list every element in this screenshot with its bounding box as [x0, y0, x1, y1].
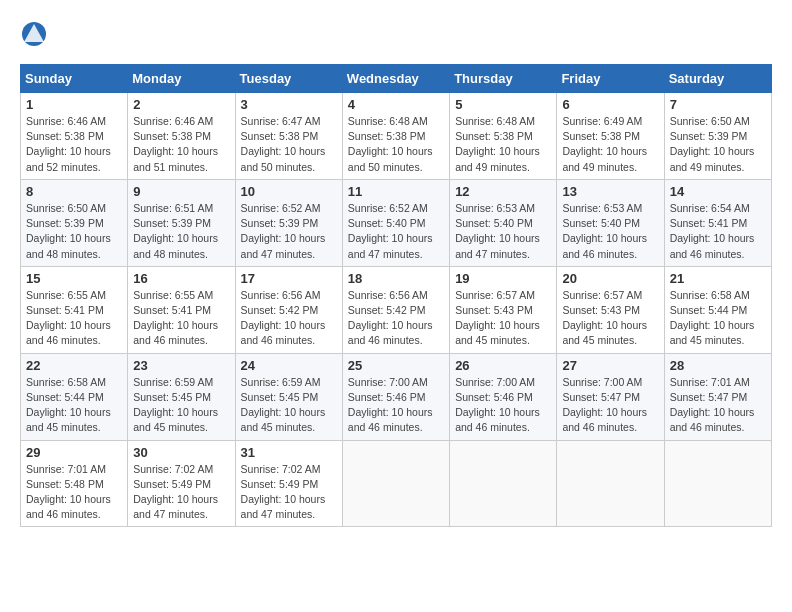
calendar-cell: 12Sunrise: 6:53 AM Sunset: 5:40 PM Dayli… [450, 179, 557, 266]
day-number: 9 [133, 184, 229, 199]
day-info: Sunrise: 6:51 AM Sunset: 5:39 PM Dayligh… [133, 201, 229, 262]
weekday-header-friday: Friday [557, 65, 664, 93]
day-info: Sunrise: 7:01 AM Sunset: 5:48 PM Dayligh… [26, 462, 122, 523]
day-info: Sunrise: 6:48 AM Sunset: 5:38 PM Dayligh… [455, 114, 551, 175]
weekday-header-monday: Monday [128, 65, 235, 93]
calendar-cell: 21Sunrise: 6:58 AM Sunset: 5:44 PM Dayli… [664, 266, 771, 353]
calendar-cell: 17Sunrise: 6:56 AM Sunset: 5:42 PM Dayli… [235, 266, 342, 353]
day-info: Sunrise: 6:59 AM Sunset: 5:45 PM Dayligh… [133, 375, 229, 436]
calendar-cell: 11Sunrise: 6:52 AM Sunset: 5:40 PM Dayli… [342, 179, 449, 266]
day-info: Sunrise: 6:57 AM Sunset: 5:43 PM Dayligh… [455, 288, 551, 349]
day-number: 15 [26, 271, 122, 286]
calendar-cell: 28Sunrise: 7:01 AM Sunset: 5:47 PM Dayli… [664, 353, 771, 440]
day-number: 16 [133, 271, 229, 286]
day-number: 11 [348, 184, 444, 199]
weekday-header-wednesday: Wednesday [342, 65, 449, 93]
calendar-cell: 4Sunrise: 6:48 AM Sunset: 5:38 PM Daylig… [342, 93, 449, 180]
calendar-cell: 27Sunrise: 7:00 AM Sunset: 5:47 PM Dayli… [557, 353, 664, 440]
logo [20, 20, 52, 48]
calendar-cell [342, 440, 449, 527]
day-info: Sunrise: 6:48 AM Sunset: 5:38 PM Dayligh… [348, 114, 444, 175]
day-number: 17 [241, 271, 337, 286]
calendar-cell: 10Sunrise: 6:52 AM Sunset: 5:39 PM Dayli… [235, 179, 342, 266]
calendar-cell [450, 440, 557, 527]
day-info: Sunrise: 6:56 AM Sunset: 5:42 PM Dayligh… [348, 288, 444, 349]
day-info: Sunrise: 6:52 AM Sunset: 5:40 PM Dayligh… [348, 201, 444, 262]
calendar-cell: 7Sunrise: 6:50 AM Sunset: 5:39 PM Daylig… [664, 93, 771, 180]
calendar-cell: 20Sunrise: 6:57 AM Sunset: 5:43 PM Dayli… [557, 266, 664, 353]
calendar-table: SundayMondayTuesdayWednesdayThursdayFrid… [20, 64, 772, 527]
day-info: Sunrise: 6:53 AM Sunset: 5:40 PM Dayligh… [455, 201, 551, 262]
day-info: Sunrise: 7:02 AM Sunset: 5:49 PM Dayligh… [133, 462, 229, 523]
day-info: Sunrise: 6:53 AM Sunset: 5:40 PM Dayligh… [562, 201, 658, 262]
calendar-cell: 14Sunrise: 6:54 AM Sunset: 5:41 PM Dayli… [664, 179, 771, 266]
day-number: 27 [562, 358, 658, 373]
day-number: 22 [26, 358, 122, 373]
calendar-cell: 2Sunrise: 6:46 AM Sunset: 5:38 PM Daylig… [128, 93, 235, 180]
day-info: Sunrise: 6:47 AM Sunset: 5:38 PM Dayligh… [241, 114, 337, 175]
calendar-week-row: 29Sunrise: 7:01 AM Sunset: 5:48 PM Dayli… [21, 440, 772, 527]
day-number: 24 [241, 358, 337, 373]
calendar-cell: 9Sunrise: 6:51 AM Sunset: 5:39 PM Daylig… [128, 179, 235, 266]
day-number: 19 [455, 271, 551, 286]
day-number: 30 [133, 445, 229, 460]
day-info: Sunrise: 6:50 AM Sunset: 5:39 PM Dayligh… [26, 201, 122, 262]
page-header [20, 20, 772, 48]
day-number: 21 [670, 271, 766, 286]
day-number: 26 [455, 358, 551, 373]
calendar-cell: 31Sunrise: 7:02 AM Sunset: 5:49 PM Dayli… [235, 440, 342, 527]
calendar-cell: 26Sunrise: 7:00 AM Sunset: 5:46 PM Dayli… [450, 353, 557, 440]
day-info: Sunrise: 6:57 AM Sunset: 5:43 PM Dayligh… [562, 288, 658, 349]
day-info: Sunrise: 6:52 AM Sunset: 5:39 PM Dayligh… [241, 201, 337, 262]
day-number: 20 [562, 271, 658, 286]
day-info: Sunrise: 6:55 AM Sunset: 5:41 PM Dayligh… [133, 288, 229, 349]
day-number: 2 [133, 97, 229, 112]
calendar-week-row: 22Sunrise: 6:58 AM Sunset: 5:44 PM Dayli… [21, 353, 772, 440]
calendar-cell [664, 440, 771, 527]
day-info: Sunrise: 7:02 AM Sunset: 5:49 PM Dayligh… [241, 462, 337, 523]
day-number: 25 [348, 358, 444, 373]
day-number: 4 [348, 97, 444, 112]
day-number: 29 [26, 445, 122, 460]
calendar-cell: 3Sunrise: 6:47 AM Sunset: 5:38 PM Daylig… [235, 93, 342, 180]
weekday-header-tuesday: Tuesday [235, 65, 342, 93]
day-number: 28 [670, 358, 766, 373]
calendar-header-row: SundayMondayTuesdayWednesdayThursdayFrid… [21, 65, 772, 93]
day-info: Sunrise: 6:59 AM Sunset: 5:45 PM Dayligh… [241, 375, 337, 436]
day-number: 3 [241, 97, 337, 112]
calendar-cell: 24Sunrise: 6:59 AM Sunset: 5:45 PM Dayli… [235, 353, 342, 440]
day-number: 8 [26, 184, 122, 199]
calendar-cell: 5Sunrise: 6:48 AM Sunset: 5:38 PM Daylig… [450, 93, 557, 180]
day-number: 12 [455, 184, 551, 199]
day-number: 18 [348, 271, 444, 286]
calendar-cell: 30Sunrise: 7:02 AM Sunset: 5:49 PM Dayli… [128, 440, 235, 527]
calendar-cell: 1Sunrise: 6:46 AM Sunset: 5:38 PM Daylig… [21, 93, 128, 180]
calendar-cell: 13Sunrise: 6:53 AM Sunset: 5:40 PM Dayli… [557, 179, 664, 266]
day-info: Sunrise: 7:00 AM Sunset: 5:46 PM Dayligh… [348, 375, 444, 436]
calendar-cell: 6Sunrise: 6:49 AM Sunset: 5:38 PM Daylig… [557, 93, 664, 180]
day-number: 13 [562, 184, 658, 199]
calendar-week-row: 8Sunrise: 6:50 AM Sunset: 5:39 PM Daylig… [21, 179, 772, 266]
calendar-cell: 16Sunrise: 6:55 AM Sunset: 5:41 PM Dayli… [128, 266, 235, 353]
calendar-cell: 15Sunrise: 6:55 AM Sunset: 5:41 PM Dayli… [21, 266, 128, 353]
calendar-week-row: 15Sunrise: 6:55 AM Sunset: 5:41 PM Dayli… [21, 266, 772, 353]
calendar-cell: 22Sunrise: 6:58 AM Sunset: 5:44 PM Dayli… [21, 353, 128, 440]
day-info: Sunrise: 6:54 AM Sunset: 5:41 PM Dayligh… [670, 201, 766, 262]
day-info: Sunrise: 7:01 AM Sunset: 5:47 PM Dayligh… [670, 375, 766, 436]
day-info: Sunrise: 6:46 AM Sunset: 5:38 PM Dayligh… [26, 114, 122, 175]
calendar-cell: 23Sunrise: 6:59 AM Sunset: 5:45 PM Dayli… [128, 353, 235, 440]
day-info: Sunrise: 7:00 AM Sunset: 5:46 PM Dayligh… [455, 375, 551, 436]
day-info: Sunrise: 6:55 AM Sunset: 5:41 PM Dayligh… [26, 288, 122, 349]
day-number: 10 [241, 184, 337, 199]
calendar-cell: 19Sunrise: 6:57 AM Sunset: 5:43 PM Dayli… [450, 266, 557, 353]
day-number: 14 [670, 184, 766, 199]
calendar-cell: 29Sunrise: 7:01 AM Sunset: 5:48 PM Dayli… [21, 440, 128, 527]
calendar-cell: 18Sunrise: 6:56 AM Sunset: 5:42 PM Dayli… [342, 266, 449, 353]
day-number: 31 [241, 445, 337, 460]
day-info: Sunrise: 6:58 AM Sunset: 5:44 PM Dayligh… [26, 375, 122, 436]
calendar-week-row: 1Sunrise: 6:46 AM Sunset: 5:38 PM Daylig… [21, 93, 772, 180]
day-info: Sunrise: 6:58 AM Sunset: 5:44 PM Dayligh… [670, 288, 766, 349]
weekday-header-sunday: Sunday [21, 65, 128, 93]
calendar-cell [557, 440, 664, 527]
day-number: 5 [455, 97, 551, 112]
